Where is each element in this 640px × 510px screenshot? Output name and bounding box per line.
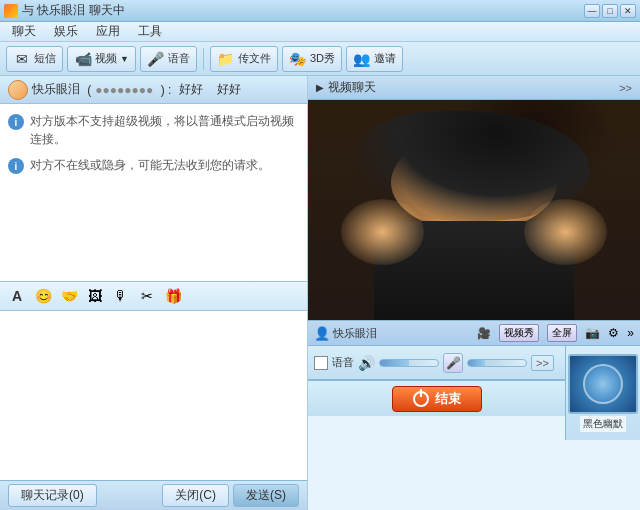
video-feed	[308, 100, 640, 320]
status-message: 好好	[179, 81, 203, 98]
message-input[interactable]	[0, 311, 307, 480]
menu-tools[interactable]: 工具	[130, 22, 170, 41]
input-toolbar: A 😊 🤝 🖼 🎙 ✂ 🎁	[0, 281, 307, 311]
thumbnail-panel: 黑色幽默	[565, 346, 640, 440]
info-message-1: i 对方版本不支持超级视频，将以普通模式启动视频连接。	[8, 112, 299, 148]
info-text-1: 对方版本不支持超级视频，将以普通模式启动视频连接。	[30, 112, 299, 148]
more-icon[interactable]: »	[627, 326, 634, 340]
chat-header: 快乐眼泪 ( ●●●●●●●● ) : 好好 好好	[0, 76, 307, 104]
info-icon-2: i	[8, 158, 24, 174]
font-button[interactable]: A	[6, 285, 28, 307]
audio-label: 语音	[332, 355, 354, 370]
info-message-2: i 对方不在线或隐身，可能无法收到您的请求。	[8, 156, 299, 174]
short-msg-icon: ✉	[13, 50, 31, 68]
contact-name: 快乐眼泪	[32, 81, 80, 98]
separator	[203, 48, 204, 70]
menu-apps[interactable]: 应用	[88, 22, 128, 41]
thumbnail-inner	[583, 364, 623, 404]
voice-button[interactable]: 🎤 语音	[140, 46, 197, 72]
settings-icon[interactable]: ⚙	[608, 326, 619, 340]
close-button-bottom[interactable]: 关闭(C)	[162, 484, 229, 507]
end-call-button[interactable]: 结束	[392, 386, 482, 412]
thumbnail-label: 黑色幽默	[580, 416, 626, 432]
show3d-icon: 🎭	[289, 50, 307, 68]
mic-slider[interactable]	[467, 359, 527, 367]
chat-messages: i 对方版本不支持超级视频，将以普通模式启动视频连接。 i 对方不在线或隐身，可…	[0, 104, 307, 281]
title-bar: 与 快乐眼泪 聊天中 — □ ✕	[0, 0, 640, 22]
audio-expand-button[interactable]: >>	[531, 355, 554, 371]
video-button[interactable]: 📹 视频 ▼	[67, 46, 136, 72]
video-panel-title: 视频聊天	[328, 79, 376, 96]
video-display	[308, 100, 640, 320]
fullscreen-button[interactable]: 全屏	[547, 324, 577, 342]
menu-chat[interactable]: 聊天	[4, 22, 44, 41]
window-title: 与 快乐眼泪 聊天中	[22, 2, 125, 19]
triangle-icon: ▶	[316, 82, 324, 93]
voice-icon: 🎤	[147, 50, 165, 68]
chat-log-button[interactable]: 聊天记录(0)	[8, 484, 97, 507]
audio-thumbnail-row: 语音 🔊 🎤 >> 结束	[308, 346, 640, 440]
video-header: ▶ 视频聊天 >>	[308, 76, 640, 100]
expand-icon[interactable]: >>	[619, 82, 632, 94]
main-content: 快乐眼泪 ( ●●●●●●●● ) : 好好 好好 i 对方版本不支持超级视频，…	[0, 76, 640, 510]
invite-icon: 👥	[353, 50, 371, 68]
menu-entertainment[interactable]: 娱乐	[46, 22, 86, 41]
contact-id: (	[84, 83, 91, 97]
right-panel: ▶ 视频聊天 >> 👤	[308, 76, 640, 510]
gift-button[interactable]: 🎁	[162, 285, 184, 307]
info-text-2: 对方不在线或隐身，可能无法收到您的请求。	[30, 156, 270, 174]
video-controls-bar: 👤 快乐眼泪 🎥 视频秀 全屏 📷 ⚙ »	[308, 320, 640, 346]
app-icon	[4, 4, 18, 18]
left-panel: 快乐眼泪 ( ●●●●●●●● ) : 好好 好好 i 对方版本不支持超级视频，…	[0, 76, 308, 510]
end-call-row: 结束	[308, 380, 565, 416]
toolbar: ✉ 短信 📹 视频 ▼ 🎤 语音 📁 传文件 🎭 3D秀 👥 邀请	[0, 42, 640, 76]
minimize-button[interactable]: —	[584, 4, 600, 18]
video-icon: 📹	[74, 50, 92, 68]
mic-button[interactable]: 🎤	[443, 353, 463, 373]
video-user-label: 👤 快乐眼泪	[314, 326, 377, 341]
record-button[interactable]: 🎙	[110, 285, 132, 307]
audio-section: 语音 🔊 🎤 >> 结束	[308, 346, 565, 440]
nudge-button[interactable]: 🤝	[58, 285, 80, 307]
invite-button[interactable]: 👥 邀请	[346, 46, 403, 72]
transfer-button[interactable]: 📁 传文件	[210, 46, 278, 72]
info-icon-1: i	[8, 114, 24, 130]
volume-icon[interactable]: 🔊	[358, 355, 375, 371]
short-msg-button[interactable]: ✉ 短信	[6, 46, 63, 72]
maximize-button[interactable]: □	[602, 4, 618, 18]
audio-checkbox[interactable]	[314, 356, 328, 370]
send-button[interactable]: 发送(S)	[233, 484, 299, 507]
close-button[interactable]: ✕	[620, 4, 636, 18]
power-icon	[413, 391, 429, 407]
emoji-button[interactable]: 😊	[32, 285, 54, 307]
avatar	[8, 80, 28, 100]
screenshot-button[interactable]: ✂	[136, 285, 158, 307]
transfer-icon: 📁	[217, 50, 235, 68]
thumbnail-video	[568, 354, 638, 414]
menu-bar: 聊天 娱乐 应用 工具	[0, 22, 640, 42]
volume-slider[interactable]	[379, 359, 439, 367]
image-button[interactable]: 🖼	[84, 285, 106, 307]
video-show-button[interactable]: 视频秀	[499, 324, 539, 342]
show3d-button[interactable]: 🎭 3D秀	[282, 46, 342, 72]
audio-controls: 语音 🔊 🎤 >>	[308, 346, 565, 380]
snapshot-icon[interactable]: 📷	[585, 326, 600, 340]
bottom-bar: 聊天记录(0) 关闭(C) 发送(S)	[0, 480, 307, 510]
